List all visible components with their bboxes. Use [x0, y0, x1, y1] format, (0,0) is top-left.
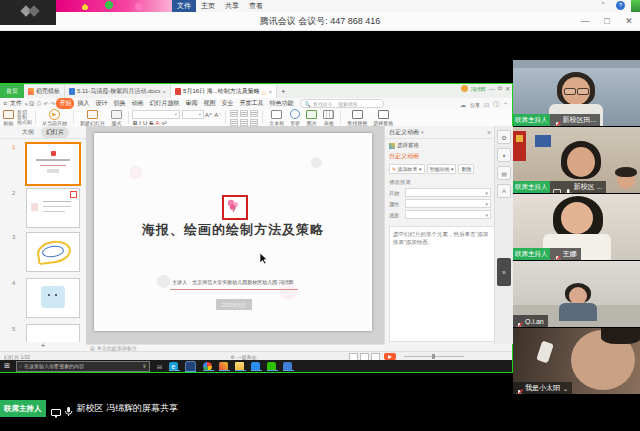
ribbon-tab-security[interactable]: 安全 — [218, 98, 236, 109]
picture-button[interactable]: 图片 — [303, 109, 320, 127]
font-family-select[interactable]: ▾ — [132, 110, 180, 119]
wps-tab-docer[interactable]: 稻壳模板 — [24, 85, 65, 98]
tab-close-icon[interactable]: × — [163, 89, 167, 95]
new-tab-button[interactable]: + — [277, 87, 290, 96]
ribbon-tab-insert[interactable]: 插入 — [74, 98, 92, 109]
start-select[interactable]: ▾ — [405, 188, 491, 197]
font-color-button[interactable]: A — [155, 120, 159, 126]
slideshow-play-button[interactable] — [384, 353, 396, 360]
chevron-down-icon[interactable]: ⌄ — [563, 385, 568, 392]
delete-effect-button[interactable]: 删除 — [458, 164, 474, 174]
slide-thumbnail-3[interactable] — [26, 232, 80, 272]
layout-button[interactable]: 版式 — [108, 109, 125, 127]
format-painter-button[interactable]: 格式刷 — [17, 120, 32, 125]
app-icon-green[interactable] — [631, 0, 640, 12]
comment-icon[interactable]: ⊡ — [484, 101, 489, 108]
ribbon-tab-design[interactable]: 设计 — [92, 98, 110, 109]
custom-animation-label[interactable]: 自定义动画 — [389, 152, 491, 161]
maximize-button[interactable]: □ — [596, 12, 618, 30]
ribbon-tab-transition[interactable]: 切换 — [110, 98, 128, 109]
outline-tab[interactable]: 大纲 — [17, 127, 39, 138]
help-icon[interactable]: ? — [616, 1, 625, 10]
info-icon[interactable]: ⓘ — [493, 100, 499, 109]
explorer-tab-file[interactable]: 文件 — [172, 0, 196, 12]
slide-thumbnail-1[interactable] — [25, 142, 81, 186]
slide-thumbnail-5[interactable] — [26, 324, 80, 344]
properties-icon[interactable]: ✿ — [497, 130, 511, 144]
font-decrease-icon[interactable]: A⁻ — [214, 111, 221, 118]
italic-button[interactable]: I — [139, 120, 141, 126]
redo-icon[interactable]: ↷ — [50, 100, 55, 107]
participant-tile-3[interactable]: 联席主持人 王娜 — [513, 194, 640, 260]
minimize-button[interactable]: — — [574, 12, 596, 30]
wordart-icon[interactable]: A — [497, 184, 511, 198]
align-right-button[interactable] — [250, 119, 258, 126]
strikethrough-button[interactable]: S — [149, 120, 153, 126]
selected-flower-image[interactable] — [222, 195, 248, 220]
expand-strip-button[interactable]: » — [497, 258, 511, 286]
slide-thumbnail-2[interactable] — [26, 188, 80, 228]
explorer-tab-home[interactable]: 主页 — [196, 0, 220, 12]
ribbon-tab-review[interactable]: 审阅 — [182, 98, 200, 109]
notes-bar[interactable]: ▤ 单击此处添加备注 — [86, 344, 384, 351]
start-button[interactable]: ⊞ — [4, 362, 10, 370]
animation-icon[interactable]: ✦ — [497, 148, 511, 162]
cloud-sync-icon[interactable]: ☁ — [460, 101, 466, 108]
align-center-button[interactable] — [240, 119, 248, 126]
ribbon-tab-animation[interactable]: 动画 — [128, 98, 146, 109]
numbering-button[interactable] — [240, 110, 248, 117]
ribbon-tab-slideshow[interactable]: 幻灯片放映 — [146, 98, 182, 109]
share-button[interactable]: 分享 — [470, 102, 480, 108]
slides-tab[interactable]: 幻灯片 — [41, 127, 69, 138]
speed-select[interactable]: ▾ — [405, 210, 491, 219]
participant-tile-4[interactable]: Q.i.an — [513, 261, 640, 327]
ribbon-search-input[interactable]: 🔍 查找命令、搜索模板 — [300, 99, 384, 108]
participant-tile-5[interactable]: 我是小太阳 ⌄ — [513, 328, 640, 394]
smart-animation-button[interactable]: 智能动画 ▾ — [427, 164, 457, 174]
participant-tile-1[interactable]: 联席主持人 新校区田... — [513, 60, 640, 126]
slide-title[interactable]: 海报、绘画的绘制方法及策略 — [94, 221, 372, 239]
menu-file[interactable]: 文件 — [7, 98, 25, 109]
shape-button[interactable]: 形状 — [287, 108, 303, 127]
bullets-button[interactable] — [230, 110, 238, 117]
wps-home-tab[interactable]: 首页 — [0, 84, 24, 98]
selection-pane-button[interactable]: 选择窗格 — [370, 109, 396, 127]
find-replace-button[interactable]: 查找替换 — [344, 109, 370, 127]
textbox-button[interactable]: 文本框 — [266, 109, 287, 127]
superscript-button[interactable]: x² — [161, 120, 166, 126]
table-button[interactable]: 表格 — [320, 109, 337, 127]
pane-close-icon[interactable]: × — [487, 129, 491, 136]
slide-thumbnail-4[interactable] — [26, 278, 80, 318]
participant-tile-2[interactable]: 联席主持人 新校区 ... — [513, 127, 640, 193]
font-size-select[interactable]: ▾ — [182, 110, 204, 119]
explorer-tab-share[interactable]: 共享 — [220, 0, 244, 12]
bold-button[interactable]: B — [133, 120, 137, 126]
add-effect-button[interactable]: ✎ 添加效果 ▾ — [389, 164, 425, 174]
add-slide-button[interactable]: + — [0, 342, 86, 351]
property-select[interactable]: ▾ — [405, 199, 491, 208]
user-avatar[interactable] — [461, 85, 468, 92]
close-button[interactable]: ✕ — [618, 12, 640, 30]
chevron-down-icon[interactable]: ▾ — [421, 129, 424, 135]
background-icon[interactable]: ▤ — [497, 166, 511, 180]
one-key-beautify-button[interactable]: 一键美化 — [237, 354, 257, 360]
undo-icon[interactable]: ↶ — [43, 100, 48, 107]
underline-button[interactable]: U — [143, 120, 147, 126]
play-from-current-button[interactable]: ▶ 从当前开始 — [39, 108, 70, 127]
selection-pane-link[interactable]: 选择窗格 — [397, 142, 419, 149]
slide-canvas[interactable]: 海报、绘画的绘制方法及策略 主讲人：北京师范大学实验幼儿园新校区幼儿园·冯绵辉 … — [86, 126, 384, 344]
wps-restore-button[interactable]: ⧉ — [498, 85, 502, 92]
zoom-slider[interactable] — [404, 356, 464, 357]
new-slide-button[interactable]: 新建幻灯片 — [77, 109, 108, 127]
tab-close-icon[interactable]: × — [268, 89, 272, 95]
slide-presenter-line[interactable]: 主讲人：北京师范大学实验幼儿园新校区幼儿园·冯绵辉 — [94, 279, 372, 285]
ribbon-tab-devtools[interactable]: 开发工具 — [236, 98, 266, 109]
taskbar-search-input[interactable]: ○ 在这里输入你要搜索的内容 🎙 — [16, 361, 150, 372]
align-left-button[interactable] — [230, 119, 238, 126]
wps-tab-presentation-active[interactable]: 5月16日 海...绘制方法及策略 △ × — [171, 85, 277, 98]
wps-tab-docx[interactable]: 5.11-马清霞-柳絮四月活动.docx × — [65, 85, 171, 98]
chevron-up-icon[interactable]: ⌃ — [600, 1, 606, 9]
ribbon-tab-view[interactable]: 视图 — [200, 98, 218, 109]
indent-button[interactable] — [250, 110, 258, 117]
print-icon[interactable]: ⎙ — [37, 100, 42, 107]
